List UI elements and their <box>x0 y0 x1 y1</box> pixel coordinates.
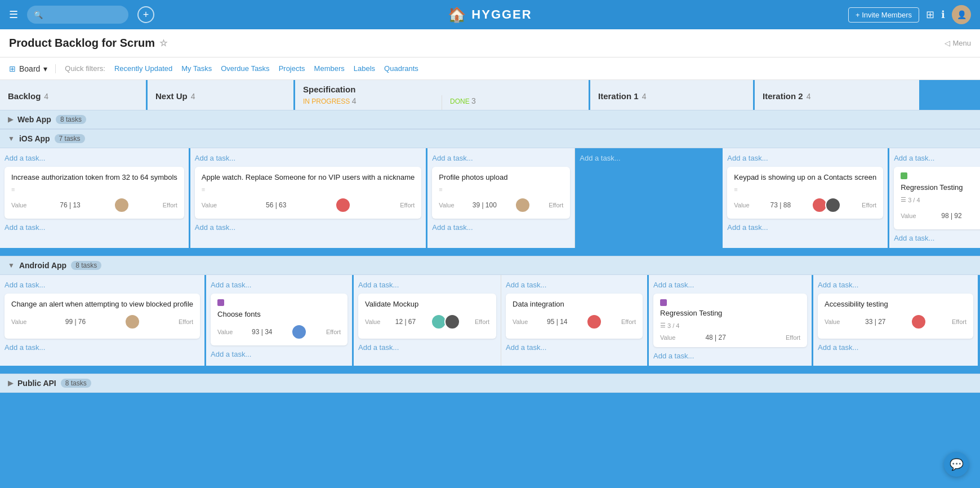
ios-iter2-add[interactable]: Add a task... <box>894 153 980 163</box>
filter-projects[interactable]: Projects <box>279 64 305 73</box>
board-dropdown-icon: ▾ <box>43 64 47 73</box>
ios-spec-inprogress-add[interactable]: Add a task... <box>432 153 570 163</box>
chat-bubble[interactable]: 💬 <box>944 452 969 477</box>
effort-label: Effort <box>400 202 415 208</box>
menu-icon[interactable]: ☰ <box>9 8 18 21</box>
card-avatars <box>335 197 351 213</box>
card-title: Apple watch. Replace Someone for no VIP … <box>202 172 415 183</box>
add-button[interactable]: + <box>137 6 154 23</box>
info-icon[interactable]: ℹ <box>941 8 945 21</box>
android-nextup-add2[interactable]: Add a task... <box>211 349 348 360</box>
filter-recently-updated[interactable]: Recently Updated <box>114 64 172 73</box>
card-value: 73 | 88 <box>770 201 791 209</box>
android-iter1-add[interactable]: Add a task... <box>653 280 807 290</box>
ios-iter2-add2[interactable]: Add a task... <box>894 233 980 243</box>
android-nextup-add[interactable]: Add a task... <box>211 280 348 290</box>
card-footer: Value 73 | 88 Effort <box>734 197 876 213</box>
card-tag-green <box>901 172 907 179</box>
ios-nextup-add2[interactable]: Add a task... <box>195 222 421 233</box>
android-nextup-col: Add a task... Choose fonts Value 93 | 34 <box>206 275 354 366</box>
ios-nextup-add[interactable]: Add a task... <box>195 153 421 163</box>
android-iter2-add2[interactable]: Add a task... <box>818 342 973 353</box>
android-iter2-card[interactable]: Accessibility testing Value 33 | 27 Effo… <box>818 294 973 339</box>
grid-icon[interactable]: ⊞ <box>926 8 934 21</box>
ios-nextup-card[interactable]: Apple watch. Replace Someone for no VIP … <box>195 167 421 219</box>
android-spec-done-card[interactable]: Data integration Value 95 | 14 Effort <box>506 294 643 339</box>
card-checklist: ☰ 3 / 4 <box>901 196 980 203</box>
ios-iter2-card[interactable]: Regression Testing ☰ 3 / 4 Value 98 | 92… <box>894 167 980 229</box>
effort-label: Effort <box>786 334 800 341</box>
filter-overdue-tasks[interactable]: Overdue Tasks <box>221 64 269 73</box>
desc-icon: ≡ <box>202 186 415 193</box>
search-icon: 🔍 <box>34 11 43 19</box>
card-tag-purple2 <box>660 299 667 306</box>
iter2-label: Iteration 2 <box>763 91 803 101</box>
android-spec-done-add2[interactable]: Add a task... <box>506 342 643 353</box>
iter1-label: Iteration 1 <box>598 91 639 101</box>
android-spec-inprogress-add[interactable]: Add a task... <box>358 280 496 290</box>
card-checklist: ☰ 3 / 4 <box>660 322 800 329</box>
group-ios-app: ▼ iOS App 7 tasks Add a task... Increase… <box>0 129 980 248</box>
ios-app-header: ▼ iOS App 7 tasks <box>0 129 980 148</box>
logo-icon: 🏠 <box>448 6 466 24</box>
card-footer: Value 99 | 76 Effort <box>11 314 193 330</box>
effort-label: Effort <box>549 202 563 208</box>
android-backlog-card[interactable]: Change an alert when attempting to view … <box>5 294 200 339</box>
android-backlog-add[interactable]: Add a task... <box>5 280 200 290</box>
filter-quadrants[interactable]: Quadrants <box>384 64 418 73</box>
web-app-toggle[interactable]: ▶ <box>8 116 13 123</box>
card-footer: Value 12 | 67 Effort <box>365 314 489 330</box>
star-icon[interactable]: ☆ <box>159 38 167 48</box>
ios-iter1-add2[interactable]: Add a task... <box>727 222 883 233</box>
ios-backlog-add[interactable]: Add a task... <box>5 153 184 163</box>
inprogress-label: IN PROGRESS <box>303 97 350 105</box>
ios-backlog-add2[interactable]: Add a task... <box>5 222 184 233</box>
android-app-toggle[interactable]: ▼ <box>8 261 15 269</box>
card-value: 56 | 63 <box>266 201 286 209</box>
card-footer: Value 39 | 100 Effort <box>439 197 563 213</box>
filter-members[interactable]: Members <box>314 64 345 73</box>
card-avatars <box>812 197 841 213</box>
effort-label: Effort <box>179 318 193 325</box>
desc-icon: ≡ <box>11 186 177 193</box>
android-spec-inprogress-card[interactable]: Validate Mockup Value 12 | 67 Effort <box>358 294 496 339</box>
ios-iter1-card[interactable]: Keypad is showing up on a Contacts scree… <box>727 167 883 219</box>
web-app-count: 8 tasks <box>56 115 86 124</box>
web-app-label: Web App <box>17 115 51 124</box>
filter-my-tasks[interactable]: My Tasks <box>181 64 212 73</box>
ios-spec-inprogress-card[interactable]: Profile photos upload ≡ Value 39 | 100 E… <box>432 167 570 219</box>
ios-iter1-col: Add a task... Keypad is showing up on a … <box>723 148 889 248</box>
card-value: 33 | 27 <box>865 318 885 326</box>
ios-backlog-col: Add a task... Increase authorization tok… <box>0 148 190 248</box>
card-value: 48 | 27 <box>705 334 725 341</box>
avatar <box>444 314 460 330</box>
ios-iter1-add[interactable]: Add a task... <box>727 153 883 163</box>
board-selector[interactable]: ⊞ Board ▾ <box>9 64 56 73</box>
android-spec-done-add[interactable]: Add a task... <box>506 280 643 290</box>
public-api-toggle[interactable]: ▶ <box>8 379 13 387</box>
ios-spec-done-add[interactable]: Add a task... <box>580 153 716 163</box>
value-label: Value <box>734 202 749 208</box>
user-avatar[interactable]: 👤 <box>952 5 971 24</box>
value-label: Value <box>825 318 840 325</box>
search-bar[interactable]: 🔍 <box>27 6 128 24</box>
nextup-count: 4 <box>191 92 195 101</box>
ios-spec-inprogress-add2[interactable]: Add a task... <box>432 222 570 233</box>
card-avatars <box>586 314 602 330</box>
desc-icon: ≡ <box>734 186 876 193</box>
filter-labels[interactable]: Labels <box>354 64 375 73</box>
android-iter2-add[interactable]: Add a task... <box>818 280 973 290</box>
android-nextup-card[interactable]: Choose fonts Value 93 | 34 Effort <box>211 294 348 345</box>
menu-toggle[interactable]: ◁ Menu <box>945 39 971 47</box>
android-spec-inprogress-add2[interactable]: Add a task... <box>358 342 496 353</box>
desc-icon: ≡ <box>439 186 563 193</box>
android-iter1-card[interactable]: Regression Testing ☰ 3 / 4 Value 48 | 27… <box>653 294 807 347</box>
android-iter1-add2[interactable]: Add a task... <box>653 351 807 361</box>
avatar <box>825 197 841 213</box>
ios-backlog-card[interactable]: Increase authorization token from 32 to … <box>5 167 184 219</box>
ios-nextup-col: Add a task... Apple watch. Replace Someo… <box>190 148 427 248</box>
ios-app-toggle[interactable]: ▼ <box>8 135 15 143</box>
invite-members-button[interactable]: + Invite Members <box>848 7 919 23</box>
android-backlog-add2[interactable]: Add a task... <box>5 342 200 353</box>
card-avatars <box>291 324 307 340</box>
